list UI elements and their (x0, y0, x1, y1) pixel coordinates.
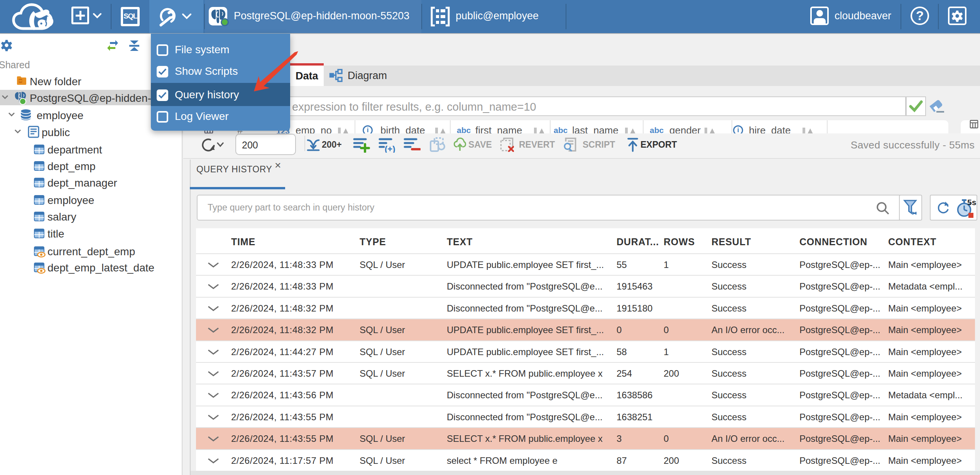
svg-text:(+): (+) (385, 144, 395, 153)
svg-text:5s: 5s (967, 198, 976, 207)
